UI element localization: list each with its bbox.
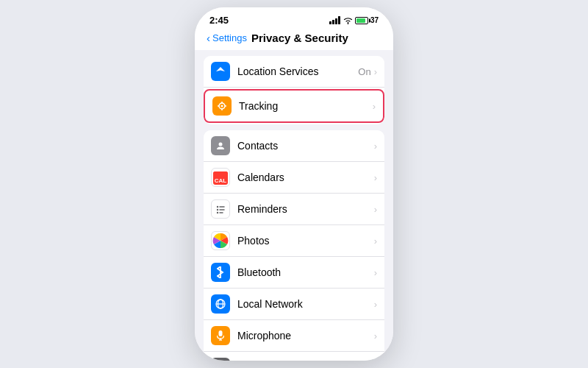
speech-recognition-item[interactable]: Speech Recognition › [204,352,384,361]
back-button[interactable]: ‹ Settings [207,32,247,44]
status-time: 2:45 [209,15,229,26]
local-network-item[interactable]: Local Network › [204,289,384,320]
chevron-icon: › [374,141,377,152]
permissions-section: Contacts › CAL Calendars › [204,130,384,361]
contacts-icon [211,136,230,155]
bluetooth-item[interactable]: Bluetooth › [204,257,384,289]
speech-recognition-icon [211,358,230,361]
chevron-icon: › [374,66,377,77]
svg-point-19 [217,212,218,213]
page-title: Privacy & Security [251,32,348,44]
calendars-icon: CAL [211,168,230,187]
tracking-item[interactable]: Tracking › [204,89,384,123]
svg-point-10 [219,143,223,146]
svg-point-5 [221,105,223,107]
microphone-item[interactable]: Microphone › [204,320,384,352]
back-arrow-icon: ‹ [207,32,210,44]
back-label: Settings [212,32,247,43]
svg-rect-24 [219,330,223,336]
svg-rect-2 [335,18,337,24]
svg-rect-3 [338,16,340,24]
svg-rect-0 [329,21,331,24]
reminders-label: Reminders [237,203,373,215]
chevron-icon: › [374,267,377,278]
bluetooth-label: Bluetooth [237,266,373,278]
svg-rect-1 [332,20,334,24]
chevron-icon: › [374,172,377,183]
photos-label: Photos [237,235,373,247]
chevron-icon: › [374,236,377,247]
local-network-icon [211,294,230,314]
top-section: Location Services On › Tracking [204,56,384,124]
calendars-item[interactable]: CAL Calendars › [204,162,384,194]
phone-frame: 2:45 37 ‹ Settings [195,7,393,361]
reminders-item[interactable]: Reminders › [204,194,384,225]
bluetooth-icon [211,263,230,282]
status-icons: 37 [329,16,379,24]
status-bar: 2:45 37 [195,7,393,29]
calendars-label: Calendars [237,171,373,183]
chevron-icon: › [374,330,377,342]
contacts-item[interactable]: Contacts › [204,130,384,162]
tracking-icon [212,96,232,116]
location-services-value: On [358,66,370,77]
svg-point-17 [217,209,218,210]
tracking-label: Tracking [239,100,371,112]
battery-percent: 37 [370,16,379,24]
photos-icon [211,231,230,250]
location-services-label: Location Services [237,66,358,77]
signal-icon [329,16,341,24]
chevron-icon: › [374,204,377,215]
battery-icon [355,17,368,24]
location-services-item[interactable]: Location Services On › [204,56,384,88]
location-icon [211,62,230,81]
microphone-icon [211,326,230,345]
svg-text:CAL: CAL [215,177,227,184]
wifi-icon [343,17,353,24]
svg-point-15 [217,206,218,208]
reminders-icon [211,199,230,219]
settings-content: Location Services On › Tracking [195,50,393,361]
photos-item[interactable]: Photos › [204,225,384,257]
nav-bar: ‹ Settings Privacy & Security [195,29,393,50]
local-network-label: Local Network [237,298,373,310]
chevron-icon: › [374,299,377,310]
svg-rect-13 [213,174,228,177]
contacts-label: Contacts [237,140,373,152]
microphone-label: Microphone [237,330,373,342]
chevron-icon: › [373,101,376,112]
